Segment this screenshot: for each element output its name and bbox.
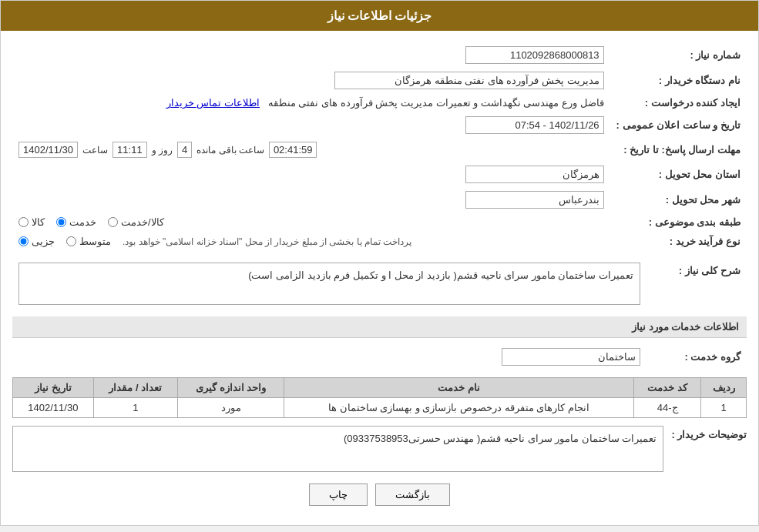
service-group-value: ساختمان (502, 348, 640, 366)
col-header-date: تاریخ نیاز (13, 378, 94, 398)
category-option-kala[interactable]: کالا (18, 216, 45, 228)
row-quantity: 1 (93, 398, 177, 418)
services-section-label: اطلاعات خدمات مورد نیاز (632, 321, 739, 333)
category-kala-label: کالا (32, 216, 45, 228)
city-label: شهر محل تحویل : (610, 187, 747, 212)
bottom-buttons: بازگشت چاپ (12, 483, 747, 506)
announce-label: تاریخ و ساعت اعلان عمومی : (610, 112, 747, 138)
province-label: استان محل تحویل : (610, 162, 747, 187)
page-title: جزئیات اطلاعات نیاز (327, 9, 432, 22)
purchase-type-radio-medium[interactable] (66, 236, 76, 246)
need-desc-table: شرح کلی نیاز : تعمیرات ساختمان مامور سرا… (12, 259, 747, 309)
org-name-label: نام دستگاه خریدار : (610, 68, 747, 93)
row-code: ج-44 (633, 398, 700, 418)
category-radio-khedmat[interactable] (56, 217, 66, 227)
deadline-days-label: روز و (152, 145, 173, 156)
buyer-notes-value: تعمیرات ساختمان مامور سرای ناحیه قشم( مه… (344, 433, 657, 444)
need-number-label: شماره نیاز : (610, 42, 747, 68)
deadline-time: 11:11 (113, 142, 147, 158)
deadline-days: 4 (177, 142, 192, 158)
buyer-notes-label: توضیحات خریدار : (671, 426, 747, 440)
province-value: هرمزگان (465, 166, 604, 183)
category-kala-khedmat-label: کالا/خدمت (121, 216, 164, 228)
category-option-kala-khedmat[interactable]: کالا/خدمت (108, 216, 164, 228)
deadline-label: مهلت ارسال پاسخ: تا تاریخ : (610, 138, 747, 162)
service-group-table: گروه خدمت : ساختمان (12, 344, 747, 370)
category-radio-kala[interactable] (18, 217, 29, 227)
creator-value: فاضل ورع مهندسی نگهداشت و تعمیرات مدیریت… (268, 97, 604, 109)
category-option-khedmat[interactable]: خدمت (56, 216, 96, 228)
col-header-code: کد خدمت (633, 378, 700, 398)
announce-value: 1402/11/26 - 07:54 (465, 116, 604, 134)
col-header-unit: واحد اندازه گیری (178, 378, 284, 398)
purchase-type-label: نوع فرآیند خرید : (610, 232, 747, 251)
purchase-type-option-medium[interactable]: متوسط (66, 236, 111, 247)
purchase-type-note: پرداخت تمام یا بخشی از مبلغ خریدار از مح… (123, 236, 411, 247)
row-unit: مورد (178, 398, 284, 418)
creator-contact-link[interactable]: اطلاعات تماس خریدار (166, 97, 260, 109)
row-date: 1402/11/30 (13, 398, 94, 418)
creator-label: ایجاد کننده درخواست : (610, 93, 747, 112)
deadline-remaining-label: ساعت باقی مانده (196, 145, 264, 156)
row-number: 1 (701, 398, 747, 418)
deadline-date: 1402/11/30 (18, 142, 78, 158)
need-desc-box: تعمیرات ساختمان مامور سرای ناحیه قشم( با… (18, 263, 640, 305)
col-header-name: نام خدمت (284, 378, 634, 398)
need-desc-value: تعمیرات ساختمان مامور سرای ناحیه قشم( با… (248, 269, 633, 281)
col-header-row: ردیف (701, 378, 747, 398)
buyer-notes-box: تعمیرات ساختمان مامور سرای ناحیه قشم( مه… (12, 426, 663, 472)
need-number-value: 1102092868000813 (465, 46, 604, 64)
category-khedmat-label: خدمت (69, 216, 96, 228)
need-desc-label: شرح کلی نیاز : (646, 259, 747, 309)
category-label: طبقه بندی موضوعی : (610, 212, 747, 232)
city-value: بندرعباس (465, 191, 604, 209)
category-radio-kala-khedmat[interactable] (108, 217, 118, 227)
purchase-type-medium-label: متوسط (79, 236, 111, 247)
page-header: جزئیات اطلاعات نیاز (1, 1, 758, 31)
purchase-type-partial-label: جزیی (32, 236, 55, 247)
info-table: شماره نیاز : 1102092868000813 نام دستگاه… (12, 42, 747, 251)
row-name: انجام کارهای متفرقه درخصوص بازسازی و بهس… (284, 398, 634, 418)
deadline-remaining: 02:41:59 (269, 142, 317, 158)
org-name-value: مدیریت پخش فرآورده های نفتی منطقه هرمزگا… (334, 72, 604, 89)
table-row: 1 ج-44 انجام کارهای متفرقه درخصوص بازساز… (13, 398, 747, 418)
services-table: ردیف کد خدمت نام خدمت واحد اندازه گیری ت… (12, 377, 747, 418)
purchase-type-radio-partial[interactable] (18, 236, 29, 246)
buyer-notes-section: توضیحات خریدار : تعمیرات ساختمان مامور س… (12, 426, 747, 472)
back-button[interactable]: بازگشت (375, 483, 450, 506)
services-section-header: اطلاعات خدمات مورد نیاز (12, 316, 747, 338)
purchase-type-option-partial[interactable]: جزیی (18, 236, 55, 247)
service-group-label: گروه خدمت : (646, 344, 747, 370)
deadline-time-label: ساعت (82, 145, 108, 156)
print-button[interactable]: چاپ (309, 483, 368, 506)
col-header-quantity: تعداد / مقدار (93, 378, 177, 398)
